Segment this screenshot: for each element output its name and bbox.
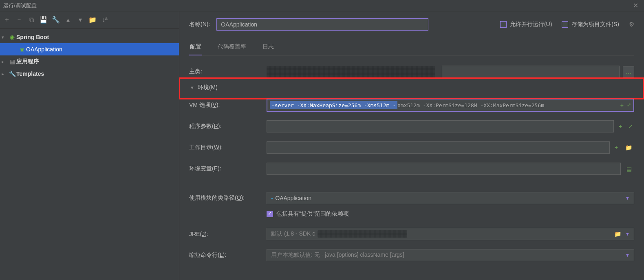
jre-select[interactable]: 默认 (1.8 - SDK c 📁 ▼ [267, 228, 634, 240]
window-title: 运行/调试配置 [3, 2, 37, 9]
env-vars-input[interactable] [267, 163, 621, 175]
tree-label: Spring Boot [16, 34, 49, 40]
classpath-row: 使用模块的类路径(O): ▪OAApplication ▼ [189, 189, 634, 207]
content-panel: 名称(N): 允许并行运行(U) 存储为项目文件(S) ⚙ 配置 代码覆盖率 日… [179, 11, 644, 280]
checkbox-label: 允许并行运行(U) [510, 21, 552, 28]
main-class-redacted [267, 66, 435, 77]
titlebar: 运行/调试配置 ✕ [0, 0, 644, 11]
working-dir-row: 工作目录(W): + 📁 [189, 139, 634, 157]
sort-icon[interactable]: ↓ª [101, 16, 108, 24]
shorten-cmd-select[interactable]: 用户本地默认值: 无 - java [options] className [a… [267, 249, 634, 261]
env-vars-row: 环境变量(E): ▤ [189, 160, 634, 178]
section-label: 环境(M) [198, 84, 218, 91]
vm-options-input[interactable]: -server -XX:MaxHeapSize=256m -Xms512m - … [267, 99, 634, 112]
app-icon: ▦ [8, 58, 16, 65]
shorten-cmd-label: 缩短命令行(L): [189, 251, 267, 259]
vm-rest-text: Xmx512m -XX:PermSize=128M -XX:MaxPermSiz… [397, 101, 544, 109]
tab-coverage[interactable]: 代码覆盖率 [217, 40, 247, 55]
remove-icon[interactable]: － [15, 16, 23, 24]
checkbox-label: 包括具有"提供"范围的依赖项 [276, 210, 349, 218]
config-tree: ▾ ◉ Spring Boot ◉ OAApplication ▸ ▦ 应用程序… [0, 29, 179, 80]
main-class-input[interactable] [442, 66, 620, 78]
working-dir-label: 工作目录(W): [189, 144, 267, 151]
include-provided-checkbox[interactable]: 包括具有"提供"范围的依赖项 [267, 210, 634, 218]
chevron-down-icon: ▾ [2, 35, 8, 40]
tree-node-templates[interactable]: ▸ 🔧 Templates [0, 68, 179, 80]
up-icon[interactable]: ▴ [64, 16, 72, 24]
jre-redacted [318, 230, 407, 238]
folder-icon[interactable]: 📁 [89, 16, 96, 24]
add-icon[interactable]: + [620, 102, 624, 108]
vm-options-label: VM 选项(V): [189, 101, 267, 109]
program-args-input[interactable] [267, 120, 614, 132]
tree-node-oaapplication[interactable]: ◉ OAApplication [0, 43, 179, 55]
checkbox-icon [500, 21, 507, 28]
expand-icon[interactable]: ⤢ [627, 102, 631, 108]
gear-icon[interactable]: ⚙ [629, 21, 634, 28]
checkbox-label: 存储为项目文件(S) [571, 21, 619, 28]
tree-node-application[interactable]: ▸ ▦ 应用程序 [0, 55, 179, 68]
tab-config[interactable]: 配置 [189, 40, 202, 55]
tree-node-springboot[interactable]: ▾ ◉ Spring Boot [0, 31, 179, 43]
chevron-right-icon: ▸ [2, 59, 8, 64]
springboot-icon: ◉ [8, 34, 16, 40]
name-label: 名称(N): [189, 21, 210, 28]
add-icon[interactable]: + [617, 123, 624, 130]
checkbox-icon [562, 21, 568, 28]
program-args-label: 程序参数(R): [189, 123, 267, 130]
chevron-down-icon: ▼ [625, 231, 630, 236]
browse-button[interactable]: … [623, 66, 634, 77]
chevron-down-icon: ▼ [625, 253, 630, 258]
jre-label: JRE(J): [189, 231, 267, 237]
chevron-down-icon: ▼ [625, 196, 630, 201]
classpath-select[interactable]: ▪OAApplication ▼ [267, 192, 634, 204]
sidebar-toolbar: ＋ － ⧉ 💾 🔧 ▴ ▾ 📁 ↓ª [0, 11, 179, 29]
module-icon: ▪ [271, 196, 273, 201]
jre-row: JRE(J): 默认 (1.8 - SDK c 📁 ▼ [189, 225, 634, 243]
springboot-icon: ◉ [18, 46, 26, 53]
program-args-row: 程序参数(R): + ⤢ [189, 117, 634, 135]
form-area: 主类: … ▼ 环境(M) VM 选项(V): -server -XX:MaxH… [189, 63, 634, 264]
tabs: 配置 代码覆盖率 日志 [189, 40, 634, 55]
wrench-icon[interactable]: 🔧 [52, 16, 60, 24]
main-class-label: 主类: [189, 68, 267, 75]
allow-parallel-checkbox[interactable]: 允许并行运行(U) [500, 21, 552, 28]
working-dir-input[interactable] [267, 141, 610, 154]
vm-selected-text: -server -XX:MaxHeapSize=256m -Xms512m - [270, 101, 397, 109]
store-as-file-checkbox[interactable]: 存储为项目文件(S) [562, 21, 619, 28]
save-icon[interactable]: 💾 [40, 16, 47, 24]
checkbox-checked-icon [267, 211, 273, 217]
name-input[interactable] [216, 18, 428, 31]
env-section-header[interactable]: ▼ 环境(M) [190, 84, 634, 91]
folder-icon[interactable]: 📁 [623, 142, 634, 153]
tree-label: 应用程序 [16, 58, 39, 65]
add-icon[interactable]: ＋ [3, 16, 11, 24]
folder-icon[interactable]: 📁 [614, 231, 621, 237]
classpath-label: 使用模块的类路径(O): [189, 194, 267, 202]
tree-label: Templates [16, 71, 44, 77]
chevron-right-icon: ▸ [2, 71, 8, 77]
copy-icon[interactable]: ⧉ [28, 16, 35, 24]
list-icon[interactable]: ▤ [624, 165, 634, 172]
env-vars-label: 环境变量(E): [189, 165, 267, 172]
expand-icon[interactable]: ⤢ [627, 123, 634, 129]
vm-options-row: VM 选项(V): -server -XX:MaxHeapSize=256m -… [189, 96, 634, 114]
tree-label: OAApplication [26, 46, 62, 53]
add-icon[interactable]: + [613, 144, 620, 151]
chevron-down-icon: ▼ [190, 85, 194, 90]
main-class-row: 主类: … [189, 63, 634, 81]
close-icon[interactable]: ✕ [631, 2, 641, 9]
shorten-cmd-row: 缩短命令行(L): 用户本地默认值: 无 - java [options] cl… [189, 246, 634, 264]
tab-logs[interactable]: 日志 [262, 40, 275, 55]
wrench-icon: 🔧 [8, 71, 16, 77]
name-row: 名称(N): 允许并行运行(U) 存储为项目文件(S) ⚙ [189, 16, 634, 33]
down-icon[interactable]: ▾ [77, 16, 84, 24]
sidebar: ＋ － ⧉ 💾 🔧 ▴ ▾ 📁 ↓ª ▾ ◉ Spring Boot ◉ OAA… [0, 11, 179, 280]
